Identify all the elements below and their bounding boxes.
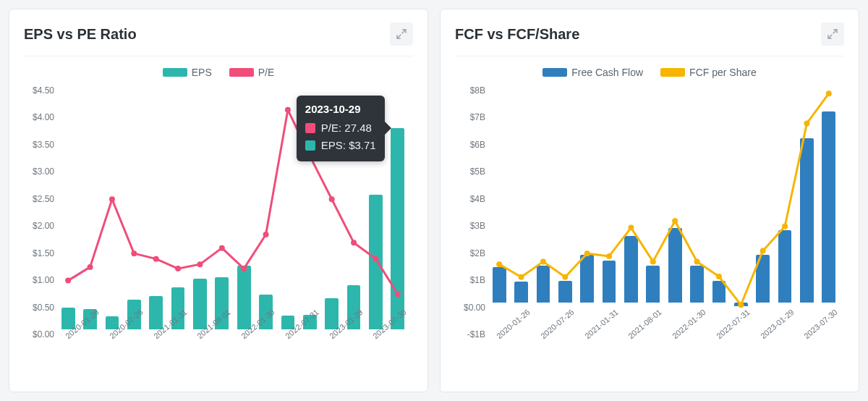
legend-label: P/E — [258, 67, 275, 78]
y-tick-label: $0.00 — [464, 303, 485, 313]
line-series — [57, 85, 409, 329]
legend-swatch — [229, 68, 254, 77]
svg-point-21 — [606, 253, 612, 259]
y-tick-label: $2.50 — [33, 194, 54, 204]
y-tick-label: $3.50 — [33, 140, 54, 150]
legend-swatch — [660, 68, 685, 77]
svg-point-25 — [694, 258, 700, 264]
svg-point-24 — [672, 218, 678, 224]
legend-item-fcfps[interactable]: FCF per Share — [660, 67, 757, 78]
svg-point-0 — [65, 278, 71, 284]
svg-point-18 — [540, 258, 546, 264]
chart-area[interactable]: $0.00$0.50$1.00$1.50$2.00$2.50$3.00$3.50… — [24, 81, 413, 381]
svg-point-9 — [263, 232, 269, 237]
x-axis: 2020-01-262020-07-262021-01-312021-08-01… — [488, 331, 840, 381]
svg-point-3 — [131, 250, 137, 256]
expand-button[interactable] — [390, 22, 413, 46]
y-tick-label: $4.00 — [33, 112, 54, 122]
y-tick-label: $2B — [470, 248, 485, 258]
y-tick-label: $1.50 — [33, 248, 54, 258]
y-tick-label: $8B — [470, 85, 485, 96]
svg-point-13 — [351, 240, 357, 245]
y-tick-label: $0.50 — [33, 303, 54, 313]
svg-point-16 — [496, 261, 502, 267]
line-series — [488, 85, 840, 329]
card-header: EPS vs PE Ratio — [24, 22, 413, 56]
svg-point-11 — [307, 153, 312, 159]
svg-point-20 — [584, 250, 590, 256]
expand-button[interactable] — [821, 22, 844, 46]
svg-point-17 — [519, 274, 524, 280]
svg-point-5 — [175, 266, 181, 271]
svg-point-10 — [285, 107, 291, 113]
svg-point-8 — [241, 266, 247, 271]
card-header: FCF vs FCF/Share — [455, 22, 844, 56]
svg-point-4 — [153, 256, 159, 262]
y-tick-label: $7B — [470, 112, 485, 122]
y-tick-label: $1B — [470, 275, 485, 285]
legend-item-fcf[interactable]: Free Cash Flow — [542, 67, 643, 78]
legend-label: FCF per Share — [689, 67, 757, 78]
expand-icon — [396, 28, 407, 40]
svg-point-6 — [197, 261, 203, 267]
svg-point-7 — [219, 245, 225, 251]
plot-area — [488, 85, 840, 329]
svg-point-15 — [395, 291, 401, 297]
y-tick-label: $2.00 — [33, 221, 54, 231]
y-tick-label: $3B — [470, 221, 485, 231]
svg-point-30 — [804, 120, 809, 126]
card-fcf: FCF vs FCF/Share Free Cash Flow FCF per … — [440, 9, 859, 392]
chart-area[interactable]: -$1B$0.00$1B$2B$3B$4B$5B$6B$7B$8B 2020-0… — [455, 81, 844, 381]
svg-point-26 — [716, 274, 722, 279]
legend-swatch — [542, 68, 567, 77]
svg-point-22 — [628, 225, 634, 231]
plot-area — [57, 85, 409, 329]
legend-label: EPS — [192, 67, 212, 78]
legend-item-eps[interactable]: EPS — [163, 67, 212, 78]
svg-point-14 — [373, 256, 378, 262]
y-tick-label: $1.00 — [33, 275, 54, 285]
card-eps-pe: EPS vs PE Ratio EPS P/E $0.00$0.50$1.00$… — [9, 9, 428, 392]
y-tick-label: $5B — [470, 166, 485, 177]
legend-swatch — [163, 68, 187, 77]
svg-point-19 — [562, 274, 568, 280]
chart-legend: EPS P/E — [24, 67, 413, 78]
y-axis: -$1B$0.00$1B$2B$3B$4B$5B$6B$7B$8B — [455, 85, 487, 329]
svg-point-29 — [782, 224, 788, 229]
chart-legend: Free Cash Flow FCF per Share — [455, 67, 844, 78]
svg-point-27 — [738, 302, 744, 308]
x-axis: 2020-01-262020-07-262021-01-312021-08-01… — [57, 331, 409, 381]
y-tick-label: $6B — [470, 140, 485, 150]
legend-item-pe[interactable]: P/E — [229, 67, 275, 78]
y-tick-label: -$1B — [467, 329, 485, 339]
y-tick-label: $4B — [470, 194, 485, 204]
svg-point-28 — [760, 248, 766, 253]
svg-point-23 — [650, 258, 656, 264]
svg-point-12 — [329, 196, 335, 202]
svg-point-1 — [88, 264, 93, 270]
card-title: EPS vs PE Ratio — [24, 26, 137, 43]
y-axis: $0.00$0.50$1.00$1.50$2.00$2.50$3.00$3.50… — [24, 85, 56, 329]
y-tick-label: $4.50 — [33, 85, 54, 96]
legend-label: Free Cash Flow — [571, 67, 643, 78]
svg-point-2 — [109, 196, 115, 202]
y-tick-label: $0.00 — [33, 329, 54, 339]
expand-icon — [827, 28, 838, 40]
card-title: FCF vs FCF/Share — [455, 26, 579, 43]
svg-point-31 — [826, 90, 832, 96]
y-tick-label: $3.00 — [33, 166, 54, 177]
